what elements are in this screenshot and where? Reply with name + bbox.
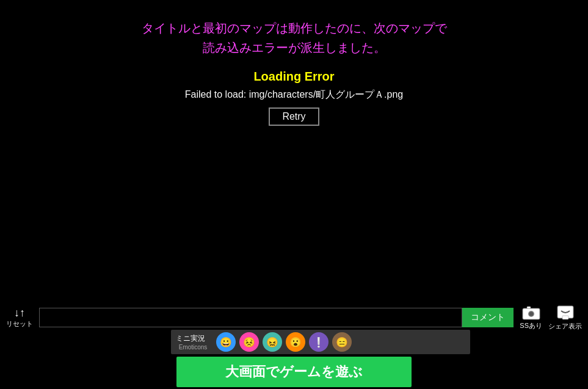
comment-button[interactable]: コメント — [462, 308, 514, 327]
share-icon — [556, 305, 575, 322]
reset-label: リセット — [6, 319, 33, 329]
play-button[interactable]: 大画面でゲームを遊ぶ — [176, 357, 412, 387]
loading-error-title: Loading Error — [253, 70, 334, 84]
svg-rect-5 — [562, 316, 568, 319]
game-area: タイトルと最初のマップは動作したのに、次のマップで読み込みエラーが派生しました。… — [0, 0, 588, 330]
error-text-jp: タイトルと最初のマップは動作したのに、次のマップで読み込みエラーが派生しました。 — [99, 18, 490, 57]
emoticons-label: Emoticons — [179, 344, 208, 351]
emoticon-4[interactable]: 😮 — [286, 332, 305, 352]
svg-rect-3 — [527, 307, 531, 308]
emoticon-6[interactable]: 😑 — [332, 332, 352, 352]
mini-jikyo-label: ミニ実況 — [176, 333, 205, 344]
failed-to-load-text: Failed to load: img/characters/町人グループＡ.p… — [185, 89, 403, 101]
play-button-bar: 大画面でゲームを遊ぶ — [0, 354, 588, 389]
comment-input[interactable] — [39, 308, 462, 327]
emoticon-list: 😀 😣 😖 😮 ❕ 😑 — [216, 332, 352, 352]
bottom-controls: ↓↑ リセット コメント SSあり シェア表示 — [0, 305, 588, 330]
ss-label: SSあり — [520, 321, 542, 330]
svg-point-2 — [529, 311, 533, 316]
emoticon-1[interactable]: 😀 — [216, 332, 236, 352]
emoticon-2[interactable]: 😣 — [239, 332, 259, 352]
comment-input-area: コメント — [39, 308, 514, 327]
emoticon-5[interactable]: ❕ — [309, 332, 328, 352]
share-label: シェア表示 — [548, 322, 582, 331]
mini-jikyo-container: ミニ実況 Emoticons — [176, 333, 210, 351]
emoticon-3[interactable]: 😖 — [263, 332, 282, 352]
camera-icon — [522, 305, 540, 321]
emoticon-bar: ミニ実況 Emoticons 😀 😣 😖 😮 ❕ 😑 — [171, 330, 470, 354]
share-control[interactable]: シェア表示 — [548, 305, 582, 331]
reset-control[interactable]: ↓↑ リセット — [6, 307, 33, 329]
retry-button[interactable]: Retry — [269, 107, 319, 126]
ss-control[interactable]: SSあり — [520, 305, 542, 330]
reset-icon: ↓↑ — [14, 307, 25, 318]
